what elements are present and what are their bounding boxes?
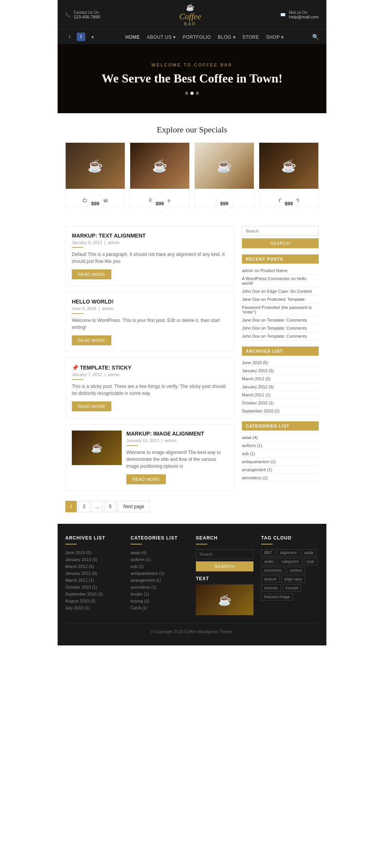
footer-search-btn[interactable]: SEARCH [196,561,253,571]
next-page-btn[interactable]: Next page [118,501,150,512]
footer-category-8[interactable]: buying (1) [131,597,188,604]
post-divider-2 [72,313,83,314]
nav-home[interactable]: HOME [125,35,140,40]
archive-7[interactable]: September 2010 (2) [242,407,319,415]
tag-chat[interactable]: chat [304,558,317,565]
footer-archive-4[interactable]: January 2012 (6) [65,570,123,577]
footer-category-3[interactable]: sub (1) [131,563,188,570]
price-badge-4: $99 [280,195,298,212]
category-3[interactable]: sub (1) [242,450,319,458]
recent-post-2[interactable]: A WordPress Commenter on Hello world! [242,275,319,287]
page-btn-5[interactable]: 5 [104,501,116,512]
category-1[interactable]: aaaa (4) [242,434,319,442]
recent-post-4[interactable]: Jane Doe on Protected: Template: [242,295,319,304]
footer-search-divider [196,544,207,545]
hero-dot-3[interactable] [196,92,199,95]
hero-dot-2[interactable] [190,92,194,95]
hero-dot-1[interactable] [185,92,188,95]
sidebar-column: SEARCH RECENT POSTS admin on Product Nam… [242,226,319,516]
footer-text-label: TEXT [196,576,253,581]
recent-post-1[interactable]: admin on Product Name [242,267,319,275]
post-card-4: ☕ MARKUP: IMAGE ALIGNMENT January 10, 20… [65,424,234,491]
archive-4[interactable]: January 2012 (6) [242,383,319,391]
footer-category-9[interactable]: Cat A (1) [131,604,188,611]
archive-1[interactable]: June 2019 (5) [242,359,319,367]
footer-archive-8[interactable]: August 2010 (3) [65,597,123,604]
page-btn-1[interactable]: 1 [65,501,77,512]
special-card-4[interactable]: ☕ $99 Cortado II [259,142,319,207]
footer-archives-divider [65,544,77,545]
footer-archive-7[interactable]: September 2010 (2) [65,591,123,597]
footer-archive-9[interactable]: July 2010 (1) [65,604,123,611]
facebook-link[interactable]: f [77,33,85,41]
footer-category-1[interactable]: aaaa (4) [131,549,188,556]
special-image-4: ☕ [259,143,318,189]
recent-post-7[interactable]: John Doe on Template: Comments [242,324,319,332]
category-4[interactable]: antiquarianism (1) [242,458,319,466]
post-card-2: HELLO WORLD! June 6, 2019 | admin Welcom… [65,292,234,352]
tag-excerpt[interactable]: excerpt [283,584,301,592]
footer-category-7[interactable]: broder (1) [131,591,188,597]
category-2[interactable]: aciform (1) [242,442,319,450]
page-btn-2[interactable]: 2 [78,501,90,512]
tag-alignment[interactable]: alignment [277,549,300,556]
archive-6[interactable]: October 2010 (1) [242,399,319,407]
tag-dowork[interactable]: dowork [261,576,280,583]
footer-category-5[interactable]: arrangement (1) [131,577,188,584]
twitter-link[interactable]: t [65,33,74,41]
tag-aside[interactable]: aside [301,549,316,556]
category-5[interactable]: arrangement (1) [242,466,319,474]
tag-cloud-list: 8BIT alignment aside audio categories ch… [261,549,319,601]
sticky-icon: 📌 [72,365,78,371]
tag-audio[interactable]: audio [261,558,276,565]
read-more-btn-1[interactable]: READ MORE [72,269,111,279]
hero-dots [185,92,199,95]
post-divider-1 [72,247,83,248]
recent-post-6[interactable]: Jane Doe on Template: Comments [242,316,319,324]
footer-archive-2[interactable]: January 2013 (5) [65,556,123,563]
footer-category-6[interactable]: asmodeus (1) [131,584,188,591]
footer-search: SEARCH [196,549,253,571]
archive-3[interactable]: March 2012 (5) [242,375,319,383]
tag-content[interactable]: content [286,567,305,574]
footer-category-2[interactable]: aciform (1) [131,556,188,563]
nav-portfolio[interactable]: PORTFOLIO [183,35,211,40]
nav-store[interactable]: STORE [242,35,259,40]
sidebar-search-input[interactable] [242,226,319,236]
footer-archive-3[interactable]: March 2012 (5) [65,563,123,570]
nav-blog[interactable]: BLOG ▾ [218,35,235,40]
tag-embeds[interactable]: embeds [261,584,281,592]
instagram-link[interactable]: ● [88,33,97,41]
category-6[interactable]: asmodeus (1) [242,474,319,482]
nav-about[interactable]: ABOUT US ▾ [147,35,175,40]
tag-edge-case[interactable]: edge case [281,576,305,583]
post-title-1: MARKUP: TEXT ALIGNMENT [72,233,228,239]
tag-featured-image[interactable]: featured image [261,593,293,601]
footer-category-4[interactable]: antiquarianism (1) [131,570,188,577]
archive-5[interactable]: March 2011 (1) [242,391,319,399]
sidebar-search-btn[interactable]: SEARCH [242,238,319,248]
special-card-2[interactable]: ☕ $99 Flat White [130,142,190,207]
read-more-btn-3[interactable]: READ MORE [72,401,111,411]
nav-shop[interactable]: SHOP ▾ [266,35,284,40]
tag-8bit[interactable]: 8BIT [261,549,275,556]
special-card-1[interactable]: ☕ $99 Café Au Lait [65,142,125,207]
footer-categories-title: CATEGORIES LIST [131,535,188,541]
tag-comments[interactable]: comments [261,567,285,574]
post-title-3: 📌 TEMPLATE: STICKY [72,365,228,371]
tag-categories[interactable]: categories [278,558,302,565]
recent-post-3[interactable]: John Doe on Edge Case: No Content [242,287,319,295]
recent-post-8[interactable]: John Doe on Template: Comments [242,332,319,340]
read-more-btn-4[interactable]: READ MORE [126,474,166,484]
archive-2[interactable]: January 2013 (5) [242,367,319,375]
recent-post-5[interactable]: Password Protected (the password is "ent… [242,304,319,316]
special-card-3[interactable]: ☕ $99 Cortado [194,142,254,207]
footer-archive-5[interactable]: March 2011 (1) [65,577,123,584]
footer-archive-6[interactable]: October 2010 (1) [65,584,123,591]
page-btn-ellipsis[interactable]: ... [91,501,103,512]
footer-archive-1[interactable]: June 2019 (5) [65,549,123,556]
read-more-btn-2[interactable]: READ MORE [72,335,111,345]
footer-search-input[interactable] [196,549,253,559]
tag-cloud-divider [261,544,273,545]
search-icon[interactable]: 🔍 [312,34,319,40]
